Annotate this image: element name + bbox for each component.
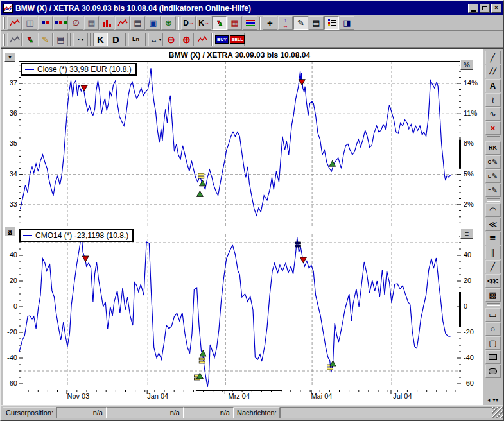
gann-fan-tool[interactable]: ⋘ — [485, 274, 501, 288]
data-table-icon[interactable]: ▦ — [84, 16, 99, 30]
crosshair-icon[interactable]: + — [263, 16, 277, 30]
status-bar: Cursorposition: n/a n/a n/a Nachrichten: — [1, 405, 503, 420]
filled-rect-tool[interactable] — [485, 350, 501, 364]
highlight-pen-icon-glyph: ✎ — [42, 35, 49, 44]
h-zoom-dropdown[interactable]: ↔▾ — [148, 33, 163, 46]
window-layout-icon[interactable]: ◨ — [340, 16, 354, 30]
wave-tool[interactable]: ∿ — [485, 107, 501, 121]
close-button[interactable]: × — [491, 4, 501, 13]
properties-icon[interactable]: ▤ — [53, 33, 68, 46]
maximize-button[interactable] — [480, 4, 490, 13]
world-news-icon[interactable]: ⊕ — [161, 16, 176, 30]
zoom-out-icon[interactable]: ⊖ — [164, 33, 178, 46]
annotation-button[interactable]: a — [4, 227, 15, 236]
diagonal-line-tool-glyph: ╱ — [491, 262, 496, 271]
x-axis[interactable]: Nov 03Jan 04Mrz 04Mai 04Jul 04 — [19, 386, 460, 402]
crosshatch-tool[interactable]: ▩ — [485, 288, 501, 302]
event-flag-marker — [327, 368, 333, 370]
legend-settings-icon[interactable] — [324, 16, 339, 30]
minimize-button[interactable] — [468, 4, 478, 13]
diagonal-line-tool[interactable]: ╱ — [485, 260, 501, 273]
kurs-chart-toggle-glyph: K — [97, 35, 104, 44]
pivot-rk-tool[interactable]: RK — [485, 141, 501, 155]
window-title: BMW (X) / XETRA 30.09.03 bis 10.08.04 (I… — [15, 4, 467, 13]
signal-markers-icon[interactable] — [212, 16, 227, 30]
ellipse-tool[interactable]: ○ — [485, 322, 501, 336]
y-axis-label: 11% — [464, 108, 482, 117]
log-scale-toggle[interactable]: Ln — [128, 33, 143, 46]
notes-icon-glyph: ▤ — [312, 19, 320, 27]
fan-lines-tool[interactable]: ≪ — [485, 218, 501, 231]
sell-button[interactable]: SELL — [230, 33, 245, 46]
portfolio-icon[interactable] — [53, 16, 68, 30]
draw-pencil-icon-glyph: ✎ — [297, 19, 304, 27]
trend-pencil-e-tool[interactable]: E✎ — [485, 169, 501, 183]
delete-drawing-tool[interactable]: × — [485, 121, 501, 135]
cursor-y-field: n/a — [107, 407, 184, 418]
crosshair-icon-glyph: + — [267, 18, 273, 28]
chart-stack-icon[interactable]: ▣ — [146, 16, 161, 30]
new-chart-icon[interactable] — [7, 16, 22, 30]
rounded-rect-tool[interactable]: ▢ — [485, 336, 501, 350]
toolbar-separator — [257, 17, 262, 30]
report-icon[interactable]: ▤ — [130, 16, 145, 30]
quote-list-icon[interactable] — [38, 16, 53, 30]
buy-button-label: BUY — [215, 35, 229, 44]
collapse-pane-button[interactable]: ▼ — [4, 53, 15, 62]
toolbar-main: ◫∅▦▤▣⊕D→K→▦+↑↔✎▤◨ — [1, 15, 503, 31]
kurs-window-icon[interactable]: K→ — [196, 16, 211, 30]
y-axis-label: 40 — [464, 250, 482, 259]
cmo-pane-plot[interactable] — [19, 234, 460, 386]
toolbar-separator — [143, 33, 148, 46]
fib-arcs-tool[interactable]: ◠ — [485, 203, 501, 217]
notes-icon[interactable]: ▤ — [309, 16, 324, 30]
sell-signal-marker — [82, 256, 89, 262]
move-arrows-icon[interactable]: ↑↔ — [278, 16, 293, 30]
draw-pencil-icon[interactable]: ✎ — [293, 16, 308, 30]
strike-s-icon-glyph: ∅ — [73, 19, 80, 27]
detail-window-icon[interactable]: D→ — [181, 16, 196, 30]
trend-pencil-g-tool[interactable]: G✎ — [485, 155, 501, 169]
detail-chart-toggle[interactable]: D — [109, 33, 123, 46]
pager-left-icon[interactable]: ◂ — [487, 397, 491, 403]
fan-lines-tool-glyph: ≪ — [489, 220, 498, 228]
resize-grip[interactable] — [492, 407, 503, 418]
pager-down-icon[interactable]: ▾▾ — [492, 397, 498, 403]
text-tool[interactable]: A — [485, 79, 501, 92]
copy-window-icon[interactable]: ◫ — [22, 16, 37, 30]
zoom-in-icon[interactable]: ⊕ — [179, 33, 194, 46]
color-square — [42, 21, 45, 24]
line-style-dropdown[interactable]: ·▾ — [73, 33, 88, 46]
rectangle-tool[interactable]: ▭ — [485, 308, 501, 322]
indicator-lines-icon[interactable] — [243, 16, 257, 30]
grid-chart-icon[interactable]: ▦ — [227, 16, 242, 30]
trend-line-tool[interactable]: ╱ — [485, 51, 501, 64]
toolbar-handle — [3, 17, 5, 29]
x-axis-label: Nov 03 — [67, 392, 89, 400]
axis-scale-icon[interactable] — [195, 33, 209, 46]
time-zones-tool[interactable]: ∥ — [485, 246, 501, 259]
speed-lines-tool[interactable]: ≣ — [485, 232, 501, 245]
price-pane-plot[interactable] — [19, 61, 460, 225]
app-icon — [3, 4, 13, 13]
filled-rounded-rect-tool-shape — [489, 368, 497, 374]
buy-button[interactable]: BUY — [214, 33, 229, 46]
squiggle-tool[interactable]: ≀ — [485, 93, 501, 107]
kurs-chart-toggle[interactable]: K — [93, 33, 108, 46]
filled-rounded-rect-tool[interactable] — [485, 365, 501, 378]
highlight-pen-icon[interactable]: ✎ — [38, 33, 53, 46]
percent-scale-button[interactable]: % — [460, 60, 473, 70]
event-flag-marker — [198, 176, 204, 178]
titlebar: BMW (X) / XETRA 30.09.03 bis 10.08.04 (I… — [1, 1, 503, 15]
text-tool-glyph: A — [490, 82, 496, 90]
strike-s-icon[interactable]: ∅ — [69, 16, 83, 30]
delete-drawing-tool-glyph: × — [491, 124, 496, 132]
trend-pencil-line-tool[interactable]: =✎ — [485, 184, 501, 197]
parallel-lines-tool[interactable]: ╱╱ — [485, 65, 501, 78]
buy-sell-triangles-icon[interactable] — [22, 33, 37, 46]
line-chart-icon[interactable] — [115, 16, 130, 30]
mountain-view-icon[interactable] — [7, 33, 22, 46]
pane-menu-button[interactable]: ≡ — [460, 228, 473, 239]
sell-button-label: SELL — [230, 35, 245, 44]
histogram-icon[interactable] — [100, 16, 114, 30]
